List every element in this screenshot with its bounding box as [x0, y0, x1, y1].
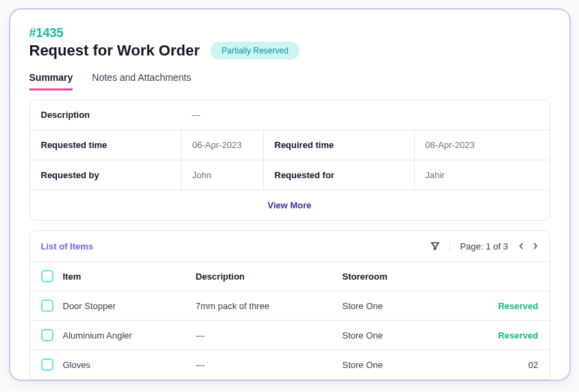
- tab-summary[interactable]: Summary: [29, 72, 73, 90]
- funnel-icon[interactable]: [430, 241, 440, 251]
- item-status: Reserved: [434, 301, 539, 311]
- divider: [449, 241, 450, 252]
- item-description: ---: [196, 360, 333, 370]
- table-row: Gloves---Store One02: [30, 350, 550, 379]
- item-name: Aluminium Angler: [63, 330, 186, 341]
- required-time-label: Required time: [263, 130, 414, 160]
- column-item: Item: [63, 271, 186, 282]
- table-row: Door Stopper7mm pack of threeStore OneRe…: [30, 291, 550, 320]
- chevron-right-icon[interactable]: [532, 243, 539, 249]
- item-status: Reserved: [434, 330, 539, 341]
- request-id: #1435: [29, 26, 550, 40]
- items-panel: List of Items Page: 1 of 3 I: [29, 230, 550, 380]
- status-badge: Partially Reserved: [210, 42, 299, 60]
- required-time-value: 08-Apr-2023: [414, 130, 550, 160]
- item-name: Door Stopper: [63, 301, 186, 311]
- table-row: Aluminium Angler---Store OneReserved: [30, 320, 550, 350]
- page-title: Request for Work Order: [29, 42, 200, 60]
- requested-time-value: 06-Apr-2023: [181, 130, 263, 160]
- column-storeroom: Storeroom: [343, 271, 425, 282]
- item-description: 7mm pack of three: [196, 301, 333, 311]
- description-label: Description: [30, 100, 181, 130]
- column-description: Description: [196, 271, 333, 282]
- row-checkbox[interactable]: [41, 329, 53, 341]
- description-value: ---: [181, 100, 550, 130]
- pager-text: Page: 1 of 3: [460, 241, 508, 252]
- details-panel: Description --- Requested time 06-Apr-20…: [29, 99, 550, 221]
- item-storeroom: Store One: [343, 301, 425, 311]
- requested-for-value: Jahir: [414, 160, 550, 190]
- item-storeroom: Store One: [343, 360, 425, 370]
- item-storeroom: Store One: [343, 330, 425, 341]
- items-section-title: List of Items: [41, 241, 94, 252]
- requested-by-value: John: [181, 160, 263, 190]
- row-checkbox[interactable]: [41, 358, 53, 371]
- chevron-left-icon[interactable]: [518, 243, 525, 249]
- item-name: Gloves: [63, 360, 186, 370]
- requested-for-label: Requested for: [263, 160, 414, 190]
- view-more-button[interactable]: View More: [30, 191, 550, 220]
- tab-notes-attachments[interactable]: Notes and Attachments: [92, 72, 191, 90]
- requested-time-label: Requested time: [30, 130, 181, 160]
- requested-by-label: Requested by: [30, 160, 181, 190]
- row-checkbox[interactable]: [41, 299, 53, 312]
- select-all-checkbox[interactable]: [41, 270, 53, 282]
- item-description: ---: [196, 330, 333, 341]
- item-status: 02: [434, 360, 539, 370]
